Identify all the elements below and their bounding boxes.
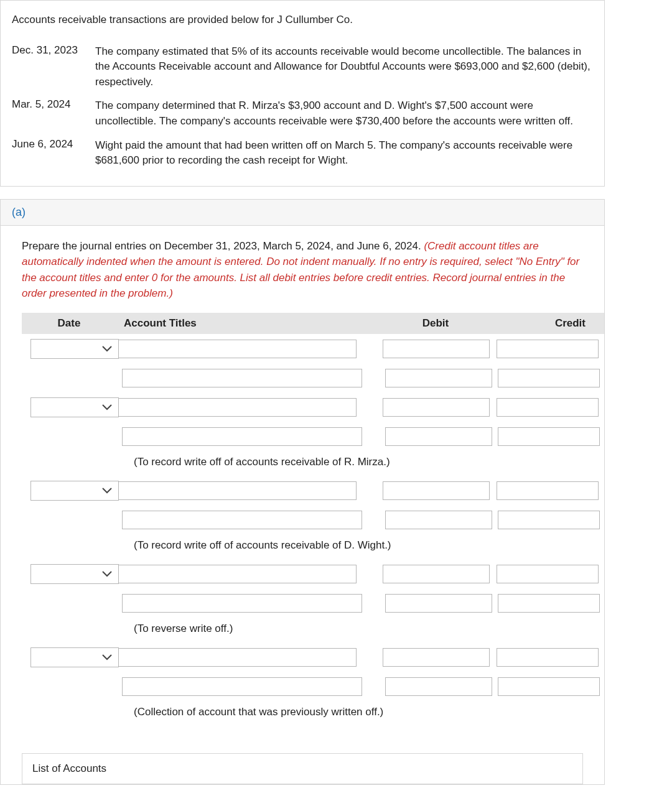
transaction-desc: Wight paid the amount that had been writ…	[95, 138, 593, 169]
debit-input[interactable]	[385, 677, 492, 696]
account-title-input[interactable]	[116, 565, 357, 583]
date-select[interactable]	[30, 647, 119, 667]
transaction-row: Dec. 31, 2023 The company estimated that…	[12, 35, 593, 90]
debit-input[interactable]	[385, 369, 492, 387]
header-credit: Credit	[493, 317, 590, 330]
debit-input[interactable]	[385, 594, 492, 613]
chevron-down-icon	[102, 654, 112, 660]
problem-panel: Accounts receivable transactions are pro…	[0, 0, 605, 187]
credit-input[interactable]	[498, 511, 600, 529]
journal-row	[22, 589, 604, 618]
debit-input[interactable]	[383, 340, 490, 358]
journal-row	[22, 476, 604, 506]
date-select[interactable]	[30, 481, 119, 501]
chevron-down-icon	[102, 571, 112, 577]
credit-input[interactable]	[497, 340, 599, 358]
journal-row	[22, 364, 604, 392]
transaction-desc: The company estimated that 5% of its acc…	[95, 44, 593, 90]
credit-input[interactable]	[497, 565, 599, 583]
transaction-date: June 6, 2024	[12, 138, 95, 151]
credit-input[interactable]	[497, 481, 599, 500]
account-title-input[interactable]	[116, 340, 357, 358]
account-title-input[interactable]	[122, 677, 362, 696]
debit-input[interactable]	[385, 427, 492, 446]
journal-row	[22, 672, 604, 701]
part-label: (a)	[12, 206, 26, 218]
account-title-input[interactable]	[116, 648, 357, 667]
date-select[interactable]	[30, 564, 119, 584]
journal-header-row: Date Account Titles Debit Credit	[22, 313, 604, 334]
instruction-plain: Prepare the journal entries on December …	[22, 240, 424, 252]
debit-input[interactable]	[385, 511, 492, 529]
header-date: Date	[22, 317, 116, 330]
journal-row	[22, 506, 604, 534]
transaction-row: June 6, 2024 Wight paid the amount that …	[12, 129, 593, 169]
entry-explanation: (To record write off of accounts receiva…	[22, 534, 604, 559]
journal-row	[22, 422, 604, 451]
journal-row	[22, 392, 604, 422]
credit-input[interactable]	[497, 648, 599, 667]
transaction-date: Mar. 5, 2024	[12, 98, 95, 111]
list-of-accounts-label: List of Accounts	[32, 762, 106, 774]
account-title-input[interactable]	[122, 594, 362, 613]
intro-text: Accounts receivable transactions are pro…	[1, 1, 604, 35]
date-select[interactable]	[30, 339, 119, 359]
instruction: Prepare the journal entries on December …	[1, 226, 604, 309]
debit-input[interactable]	[383, 648, 490, 667]
credit-input[interactable]	[498, 594, 600, 613]
transaction-row: Mar. 5, 2024 The company determined that…	[12, 90, 593, 129]
transaction-desc: The company determined that R. Mirza's $…	[95, 98, 593, 129]
entry-explanation: (To record write off of accounts receiva…	[22, 451, 604, 476]
credit-input[interactable]	[498, 369, 600, 387]
credit-input[interactable]	[498, 677, 600, 696]
debit-input[interactable]	[383, 565, 490, 583]
journal-row	[22, 559, 604, 589]
chevron-down-icon	[102, 488, 112, 494]
part-header: (a)	[1, 200, 604, 226]
account-title-input[interactable]	[122, 369, 362, 387]
account-title-input[interactable]	[122, 427, 362, 446]
transactions-table: Dec. 31, 2023 The company estimated that…	[1, 35, 604, 186]
account-title-input[interactable]	[122, 511, 362, 529]
debit-input[interactable]	[383, 481, 490, 500]
list-of-accounts-button[interactable]: List of Accounts	[22, 753, 583, 784]
account-title-input[interactable]	[116, 481, 357, 500]
chevron-down-icon	[102, 346, 112, 352]
date-select[interactable]	[30, 397, 119, 417]
header-titles: Account Titles	[116, 317, 378, 330]
journal-table: Date Account Titles Debit Credit	[1, 309, 604, 741]
entry-explanation: (To reverse write off.)	[22, 618, 604, 642]
transaction-date: Dec. 31, 2023	[12, 44, 95, 57]
part-a-panel: (a) Prepare the journal entries on Decem…	[0, 199, 605, 785]
header-debit: Debit	[378, 317, 493, 330]
entry-explanation: (Collection of account that was previous…	[22, 701, 604, 726]
journal-row	[22, 334, 604, 364]
debit-input[interactable]	[383, 398, 490, 417]
journal-row	[22, 642, 604, 672]
credit-input[interactable]	[497, 398, 599, 417]
credit-input[interactable]	[498, 427, 600, 446]
account-title-input[interactable]	[116, 398, 357, 417]
chevron-down-icon	[102, 404, 112, 410]
